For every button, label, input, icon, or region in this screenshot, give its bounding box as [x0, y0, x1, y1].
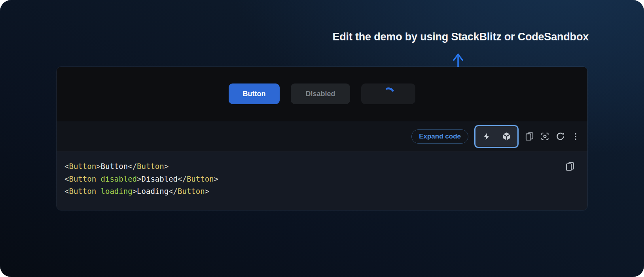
disabled-button: Disabled [291, 83, 350, 104]
sandbox-icons-highlight-box [474, 125, 519, 148]
copy-icon[interactable] [525, 132, 534, 141]
code-line: <Button disabled>Disabled</Button> [64, 173, 556, 186]
demo-card: Button Disabled Expand code [56, 66, 588, 211]
code-line: <Button loading>Loading</Button> [64, 185, 556, 198]
code-copy-icon[interactable] [565, 161, 575, 171]
code-line: <Button>Button</Button> [64, 160, 556, 173]
primary-button[interactable]: Button [229, 83, 280, 104]
loading-button[interactable] [361, 83, 415, 104]
demo-preview-area: Button Disabled [57, 67, 587, 121]
annotation-text: Edit the demo by using StackBlitz or Cod… [333, 31, 589, 43]
reload-icon[interactable] [555, 132, 565, 141]
code-block: <Button>Button</Button><Button disabled>… [57, 152, 587, 210]
docs-demo-screen: Edit the demo by using StackBlitz or Cod… [0, 0, 644, 277]
codesandbox-cube-icon[interactable] [502, 132, 511, 141]
demo-toolbar: Expand code [57, 121, 587, 152]
stackblitz-bolt-icon[interactable] [482, 132, 491, 141]
code-lines: <Button>Button</Button><Button disabled>… [64, 160, 556, 198]
capture-icon[interactable] [540, 132, 549, 141]
more-kebab-icon[interactable] [571, 132, 580, 141]
spinner-icon [380, 86, 396, 102]
expand-code-button[interactable]: Expand code [411, 129, 468, 144]
